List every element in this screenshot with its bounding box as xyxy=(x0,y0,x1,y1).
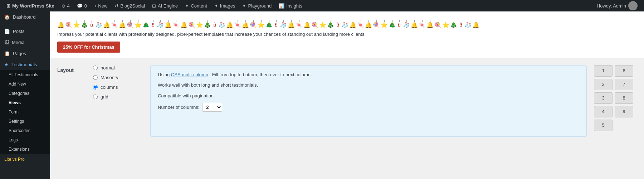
insights-item[interactable]: 📊 Insights xyxy=(275,0,306,11)
col-num-btn-5[interactable]: 5 xyxy=(594,120,613,131)
comment-count-item[interactable]: 💬 0 xyxy=(73,0,91,11)
col-num-btn-9[interactable]: 9 xyxy=(615,106,633,117)
ai-engine-item[interactable]: ⊞ AI Engine xyxy=(148,0,181,11)
images-icon: ✦ xyxy=(214,3,218,9)
visit-count: 4 xyxy=(67,3,70,9)
promo-button[interactable]: 25% OFF for Christmas xyxy=(57,42,120,53)
wp-logo-icon: ⊞ xyxy=(6,3,10,9)
radio-columns-label: columns xyxy=(101,84,118,90)
new-item[interactable]: + New xyxy=(91,0,111,11)
sidebar-sub-settings[interactable]: Settings xyxy=(0,117,50,126)
main-content: 🔔🍭⭐🎄🕯🧦🔔🍬🔔🍭⭐🎄🕯🧦🔔🍬🔔🍭⭐🎄🕯🧦🔔🍬🔔🍭⭐🎄🕯🧦🔔🍬🔔🍭⭐🎄🕯🧦🔔🍬… xyxy=(50,11,644,179)
sidebar-item-pages[interactable]: 📋 Pages xyxy=(0,48,50,59)
col-num-btn-6[interactable]: 6 xyxy=(615,65,633,77)
num-columns-select[interactable]: 1 2 3 4 5 6 xyxy=(202,103,222,112)
testimonials-label: Testimonials xyxy=(11,62,37,67)
col-num-row-2: 38 xyxy=(594,92,637,104)
images-item[interactable]: ✦ Images xyxy=(211,0,239,11)
content-label: Content xyxy=(191,3,207,9)
sidebar-sub-categories[interactable]: Categories xyxy=(0,89,50,98)
insights-icon: 📊 xyxy=(279,3,284,9)
howdy-item[interactable]: Howdy, Admin xyxy=(593,1,641,10)
col-num-btn-4[interactable]: 4 xyxy=(594,106,613,117)
col-num-row-3: 49 xyxy=(594,106,637,117)
sidebar-item-media[interactable]: 🖼 Media xyxy=(0,37,50,48)
col-num-btn-8[interactable]: 8 xyxy=(615,92,633,104)
radio-masonry-label: Masonry xyxy=(101,75,118,80)
dashboard-label: Dashboard xyxy=(13,14,36,20)
col-num-btn-3[interactable]: 3 xyxy=(594,92,613,104)
comment-count: 0 xyxy=(84,3,87,9)
blog2social-item[interactable]: ↺ Blog2Social xyxy=(111,0,148,11)
radio-normal[interactable]: normal xyxy=(93,65,143,71)
site-name-item[interactable]: ⊞ My WordPress Site xyxy=(3,0,58,11)
radio-grid[interactable]: grid xyxy=(93,94,143,100)
num-columns-label: Number of columns: xyxy=(158,105,199,110)
css-multicolumn-link[interactable]: CSS multi-column xyxy=(171,72,208,77)
posts-label: Posts xyxy=(13,29,25,34)
media-icon: 🖼 xyxy=(4,40,9,45)
site-name-label: My WordPress Site xyxy=(12,3,54,9)
blog2social-icon: ↺ xyxy=(114,3,118,9)
sidebar-sub-views[interactable]: Views xyxy=(0,98,50,107)
insights-label: Insights xyxy=(286,3,302,9)
sidebar: 🏠 Dashboard 📄 Posts 🖼 Media 📋 Pages ★ Te… xyxy=(0,11,50,179)
col-num-row-1: 27 xyxy=(594,79,637,90)
layout-info-line1: Using CSS multi-column . Fill from top t… xyxy=(158,71,579,78)
blog2social-label: Blog2Social xyxy=(120,3,145,9)
layout-label: Layout xyxy=(57,65,86,137)
layout-info-box: Using CSS multi-column . Fill from top t… xyxy=(150,65,587,137)
column-number-grid: 162738495 xyxy=(594,65,637,137)
layout-info-line3: Compatible with pagination. xyxy=(158,92,579,100)
sidebar-sep-1 xyxy=(0,24,50,24)
ai-engine-label: AI Engine xyxy=(158,3,178,9)
circle-icon: ⊙ xyxy=(62,3,65,9)
col-num-btn- xyxy=(615,120,633,131)
col-num-btn-1[interactable]: 1 xyxy=(594,65,613,77)
visit-count-item[interactable]: ⊙ 4 xyxy=(58,0,73,11)
ai-engine-icon: ⊞ xyxy=(152,3,156,9)
col-num-btn-2[interactable]: 2 xyxy=(594,79,613,90)
promo-banner: 🔔🍭⭐🎄🕯🧦🔔🍬🔔🍭⭐🎄🕯🧦🔔🍬🔔🍭⭐🎄🕯🧦🔔🍬🔔🍭⭐🎄🕯🧦🔔🍬🔔🍭⭐🎄🕯🧦🔔🍬… xyxy=(50,11,644,58)
admin-bar: ⊞ My WordPress Site ⊙ 4 💬 0 + New ↺ Blog… xyxy=(0,0,644,11)
testimonials-icon: ★ xyxy=(4,62,9,67)
radio-masonry[interactable]: Masonry xyxy=(93,75,143,80)
layout-radio-group: normal Masonry columns grid xyxy=(93,65,143,137)
adminbar-right: Howdy, Admin xyxy=(593,1,641,10)
sidebar-item-testimonials[interactable]: ★ Testimonials xyxy=(0,59,50,70)
images-label: Images xyxy=(220,3,235,9)
sidebar-sub-form[interactable]: Form xyxy=(0,107,50,117)
col-num-btn-7[interactable]: 7 xyxy=(615,79,633,90)
new-label: + New xyxy=(94,3,107,9)
sidebar-sub-all-testimonials[interactable]: All Testimonials xyxy=(0,70,50,79)
sidebar-item-posts[interactable]: 📄 Posts xyxy=(0,26,50,37)
layout-info-line1-rest: . Fill from top to bottom, then over to … xyxy=(210,72,312,77)
radio-columns[interactable]: columns xyxy=(93,84,143,90)
howdy-text: Howdy, Admin xyxy=(597,3,626,9)
layout-info-line2: Works well with both long and short test… xyxy=(158,82,579,89)
sidebar-item-dashboard[interactable]: 🏠 Dashboard xyxy=(0,11,50,23)
radio-columns-input[interactable] xyxy=(93,85,98,90)
radio-grid-input[interactable] xyxy=(93,95,98,99)
sidebar-sub-logs[interactable]: Logs xyxy=(0,135,50,145)
sidebar-sub-extensions[interactable]: Extensions xyxy=(0,145,50,154)
media-label: Media xyxy=(12,40,24,45)
content-icon: ✦ xyxy=(185,3,189,9)
page-layout: 🏠 Dashboard 📄 Posts 🖼 Media 📋 Pages ★ Te… xyxy=(0,11,644,179)
avatar xyxy=(628,1,638,10)
sidebar-sub-shortcodes[interactable]: Shortcodes xyxy=(0,126,50,135)
layout-info-using: Using xyxy=(158,72,171,77)
col-num-row-4: 5 xyxy=(594,120,637,131)
radio-masonry-input[interactable] xyxy=(93,75,98,80)
posts-icon: 📄 xyxy=(4,29,10,34)
christmas-decoration: 🔔🍭⭐🎄🕯🧦🔔🍬🔔🍭⭐🎄🕯🧦🔔🍬🔔🍭⭐🎄🕯🧦🔔🍬🔔🍭⭐🎄🕯🧦🔔🍬🔔🍭⭐🎄🕯🧦🔔🍬… xyxy=(57,15,637,28)
radio-normal-label: normal xyxy=(101,65,115,71)
sidebar-sub-add-new[interactable]: Add New xyxy=(0,79,50,89)
dashboard-icon: 🏠 xyxy=(4,14,10,20)
col-num-row-0: 16 xyxy=(594,65,637,77)
playground-item[interactable]: ✦ Playground xyxy=(239,0,275,11)
content-item[interactable]: ✦ Content xyxy=(181,0,211,11)
radio-normal-input[interactable] xyxy=(93,66,98,70)
sidebar-lite-vs-pro[interactable]: Lite vs Pro xyxy=(0,154,50,165)
sidebar-sub-menu: All Testimonials Add New Categories View… xyxy=(0,70,50,154)
